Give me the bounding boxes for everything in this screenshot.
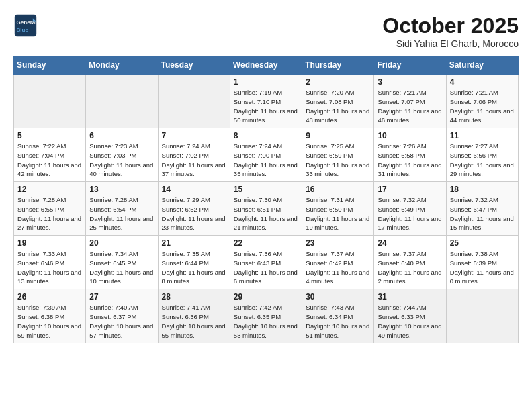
day-info: Sunrise: 7:29 AM Sunset: 6:52 PM Dayligh… bbox=[162, 195, 226, 232]
day-number: 26 bbox=[17, 292, 82, 302]
calendar-cell: 26Sunrise: 7:39 AM Sunset: 6:38 PM Dayli… bbox=[14, 289, 86, 343]
calendar-cell: 18Sunrise: 7:32 AM Sunset: 6:47 PM Dayli… bbox=[446, 182, 518, 236]
calendar-cell: 25Sunrise: 7:38 AM Sunset: 6:39 PM Dayli… bbox=[446, 236, 518, 289]
day-number: 9 bbox=[306, 131, 370, 140]
day-number: 12 bbox=[17, 185, 82, 194]
day-info: Sunrise: 7:27 AM Sunset: 6:56 PM Dayligh… bbox=[450, 142, 515, 179]
day-info: Sunrise: 7:38 AM Sunset: 6:39 PM Dayligh… bbox=[450, 249, 515, 286]
day-info: Sunrise: 7:21 AM Sunset: 7:06 PM Dayligh… bbox=[450, 88, 515, 125]
day-info: Sunrise: 7:30 AM Sunset: 6:51 PM Dayligh… bbox=[234, 195, 298, 232]
day-info: Sunrise: 7:34 AM Sunset: 6:45 PM Dayligh… bbox=[89, 249, 154, 286]
calendar-body: 1Sunrise: 7:19 AM Sunset: 7:10 PM Daylig… bbox=[14, 75, 519, 343]
day-info: Sunrise: 7:41 AM Sunset: 6:36 PM Dayligh… bbox=[162, 303, 226, 340]
calendar-cell: 19Sunrise: 7:33 AM Sunset: 6:46 PM Dayli… bbox=[14, 236, 86, 289]
day-info: Sunrise: 7:22 AM Sunset: 7:04 PM Dayligh… bbox=[17, 142, 82, 179]
day-number: 3 bbox=[378, 77, 442, 87]
calendar-cell: 13Sunrise: 7:28 AM Sunset: 6:54 PM Dayli… bbox=[86, 182, 158, 236]
weekday-header-row: SundayMondayTuesdayWednesdayThursdayFrid… bbox=[14, 56, 519, 75]
logo-icon: General Blue bbox=[13, 13, 38, 38]
day-info: Sunrise: 7:31 AM Sunset: 6:50 PM Dayligh… bbox=[306, 195, 370, 232]
week-row-4: 19Sunrise: 7:33 AM Sunset: 6:46 PM Dayli… bbox=[14, 236, 519, 289]
month-title: October 2025 bbox=[382, 13, 519, 38]
day-info: Sunrise: 7:35 AM Sunset: 6:44 PM Dayligh… bbox=[162, 249, 226, 286]
week-row-1: 1Sunrise: 7:19 AM Sunset: 7:10 PM Daylig… bbox=[14, 75, 519, 128]
day-number: 6 bbox=[89, 131, 154, 140]
weekday-wednesday: Wednesday bbox=[230, 56, 302, 75]
day-info: Sunrise: 7:28 AM Sunset: 6:55 PM Dayligh… bbox=[17, 195, 82, 232]
weekday-thursday: Thursday bbox=[302, 56, 374, 75]
location-subtitle: Sidi Yahia El Gharb, Morocco bbox=[382, 38, 519, 49]
day-info: Sunrise: 7:37 AM Sunset: 6:42 PM Dayligh… bbox=[306, 249, 370, 286]
calendar-cell: 8Sunrise: 7:24 AM Sunset: 7:00 PM Daylig… bbox=[230, 128, 302, 182]
day-info: Sunrise: 7:33 AM Sunset: 6:46 PM Dayligh… bbox=[17, 249, 82, 286]
calendar-cell bbox=[158, 75, 230, 128]
header: General Blue October 2025 Sidi Yahia El … bbox=[13, 13, 519, 49]
day-number: 18 bbox=[450, 185, 515, 194]
calendar-cell: 4Sunrise: 7:21 AM Sunset: 7:06 PM Daylig… bbox=[446, 75, 518, 128]
weekday-saturday: Saturday bbox=[446, 56, 518, 75]
day-info: Sunrise: 7:24 AM Sunset: 7:00 PM Dayligh… bbox=[234, 142, 298, 179]
calendar-cell: 23Sunrise: 7:37 AM Sunset: 6:42 PM Dayli… bbox=[302, 236, 374, 289]
calendar-cell bbox=[14, 75, 86, 128]
calendar-cell: 20Sunrise: 7:34 AM Sunset: 6:45 PM Dayli… bbox=[86, 236, 158, 289]
calendar-cell: 9Sunrise: 7:25 AM Sunset: 6:59 PM Daylig… bbox=[302, 128, 374, 182]
day-number: 1 bbox=[234, 77, 298, 87]
day-info: Sunrise: 7:28 AM Sunset: 6:54 PM Dayligh… bbox=[89, 195, 154, 232]
calendar-cell bbox=[86, 75, 158, 128]
calendar-cell: 3Sunrise: 7:21 AM Sunset: 7:07 PM Daylig… bbox=[374, 75, 446, 128]
day-info: Sunrise: 7:21 AM Sunset: 7:07 PM Dayligh… bbox=[378, 88, 442, 125]
week-row-5: 26Sunrise: 7:39 AM Sunset: 6:38 PM Dayli… bbox=[14, 289, 519, 343]
calendar-cell: 17Sunrise: 7:32 AM Sunset: 6:49 PM Dayli… bbox=[374, 182, 446, 236]
day-number: 29 bbox=[234, 292, 298, 302]
day-number: 19 bbox=[17, 238, 82, 248]
calendar-cell: 29Sunrise: 7:42 AM Sunset: 6:35 PM Dayli… bbox=[230, 289, 302, 343]
calendar-cell: 2Sunrise: 7:20 AM Sunset: 7:08 PM Daylig… bbox=[302, 75, 374, 128]
calendar-cell: 24Sunrise: 7:37 AM Sunset: 6:40 PM Dayli… bbox=[374, 236, 446, 289]
day-number: 7 bbox=[162, 131, 226, 140]
weekday-monday: Monday bbox=[86, 56, 158, 75]
day-number: 23 bbox=[306, 238, 370, 248]
calendar-cell: 6Sunrise: 7:23 AM Sunset: 7:03 PM Daylig… bbox=[86, 128, 158, 182]
calendar-cell: 1Sunrise: 7:19 AM Sunset: 7:10 PM Daylig… bbox=[230, 75, 302, 128]
day-number: 25 bbox=[450, 238, 515, 248]
day-number: 15 bbox=[234, 185, 298, 194]
calendar-cell: 22Sunrise: 7:36 AM Sunset: 6:43 PM Dayli… bbox=[230, 236, 302, 289]
day-info: Sunrise: 7:43 AM Sunset: 6:34 PM Dayligh… bbox=[306, 303, 370, 340]
day-info: Sunrise: 7:20 AM Sunset: 7:08 PM Dayligh… bbox=[306, 88, 370, 125]
day-number: 13 bbox=[89, 185, 154, 194]
day-info: Sunrise: 7:23 AM Sunset: 7:03 PM Dayligh… bbox=[89, 142, 154, 179]
day-number: 17 bbox=[378, 185, 442, 194]
calendar-cell: 31Sunrise: 7:44 AM Sunset: 6:33 PM Dayli… bbox=[374, 289, 446, 343]
day-number: 8 bbox=[234, 131, 298, 140]
calendar-cell: 14Sunrise: 7:29 AM Sunset: 6:52 PM Dayli… bbox=[158, 182, 230, 236]
calendar-cell: 21Sunrise: 7:35 AM Sunset: 6:44 PM Dayli… bbox=[158, 236, 230, 289]
calendar-cell: 5Sunrise: 7:22 AM Sunset: 7:04 PM Daylig… bbox=[14, 128, 86, 182]
day-number: 28 bbox=[162, 292, 226, 302]
day-info: Sunrise: 7:44 AM Sunset: 6:33 PM Dayligh… bbox=[378, 303, 442, 340]
logo: General Blue bbox=[13, 13, 38, 38]
day-info: Sunrise: 7:37 AM Sunset: 6:40 PM Dayligh… bbox=[378, 249, 442, 286]
day-number: 24 bbox=[378, 238, 442, 248]
day-info: Sunrise: 7:19 AM Sunset: 7:10 PM Dayligh… bbox=[234, 88, 298, 125]
day-info: Sunrise: 7:25 AM Sunset: 6:59 PM Dayligh… bbox=[306, 142, 370, 179]
calendar-table: SundayMondayTuesdayWednesdayThursdayFrid… bbox=[13, 56, 519, 343]
day-info: Sunrise: 7:39 AM Sunset: 6:38 PM Dayligh… bbox=[17, 303, 82, 340]
weekday-tuesday: Tuesday bbox=[158, 56, 230, 75]
calendar-cell: 28Sunrise: 7:41 AM Sunset: 6:36 PM Dayli… bbox=[158, 289, 230, 343]
week-row-2: 5Sunrise: 7:22 AM Sunset: 7:04 PM Daylig… bbox=[14, 128, 519, 182]
day-info: Sunrise: 7:40 AM Sunset: 6:37 PM Dayligh… bbox=[89, 303, 154, 340]
day-number: 2 bbox=[306, 77, 370, 87]
day-info: Sunrise: 7:42 AM Sunset: 6:35 PM Dayligh… bbox=[234, 303, 298, 340]
day-info: Sunrise: 7:24 AM Sunset: 7:02 PM Dayligh… bbox=[162, 142, 226, 179]
calendar-cell: 11Sunrise: 7:27 AM Sunset: 6:56 PM Dayli… bbox=[446, 128, 518, 182]
weekday-friday: Friday bbox=[374, 56, 446, 75]
day-number: 11 bbox=[450, 131, 515, 140]
day-number: 4 bbox=[450, 77, 515, 87]
title-area: October 2025 Sidi Yahia El Gharb, Morocc… bbox=[382, 13, 519, 49]
day-number: 27 bbox=[89, 292, 154, 302]
calendar-cell: 30Sunrise: 7:43 AM Sunset: 6:34 PM Dayli… bbox=[302, 289, 374, 343]
calendar-cell: 10Sunrise: 7:26 AM Sunset: 6:58 PM Dayli… bbox=[374, 128, 446, 182]
day-number: 16 bbox=[306, 185, 370, 194]
day-number: 14 bbox=[162, 185, 226, 194]
calendar-cell: 16Sunrise: 7:31 AM Sunset: 6:50 PM Dayli… bbox=[302, 182, 374, 236]
